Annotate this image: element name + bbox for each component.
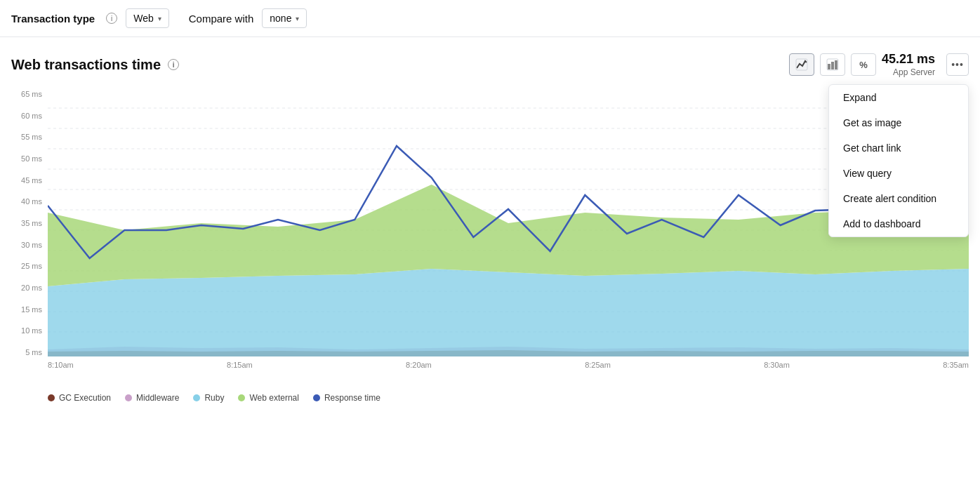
- metric-value-container: 45.21 ms App Server: [882, 51, 935, 79]
- percent-icon: %: [859, 60, 868, 70]
- bar-chart-icon: [826, 58, 839, 71]
- ruby-area: [48, 269, 969, 356]
- y-label-60ms: 60 ms: [11, 112, 48, 120]
- y-label-35ms: 35 ms: [11, 219, 48, 227]
- web-chevron-icon: ▾: [158, 15, 161, 22]
- web-dropdown-label: Web: [133, 13, 154, 24]
- chart-controls: % 45.21 ms App Server ••• Expand Get as …: [789, 51, 969, 79]
- y-label-20ms: 20 ms: [11, 283, 48, 292]
- transaction-type-label: Transaction type: [11, 13, 95, 25]
- y-label-50ms: 50 ms: [11, 154, 48, 163]
- y-label-15ms: 15 ms: [11, 305, 48, 314]
- top-bar: Transaction type i Web ▾ Compare with no…: [0, 0, 980, 37]
- metric-sub-text: App Server: [882, 67, 935, 79]
- main-panel: Web transactions time i %: [0, 37, 980, 414]
- y-label-5ms: 5 ms: [11, 348, 48, 356]
- x-axis: 8:10am 8:15am 8:20am 8:25am 8:30am 8:35a…: [48, 356, 969, 385]
- legend-label-response-time: Response time: [324, 393, 380, 403]
- x-label-825: 8:25am: [585, 361, 611, 369]
- legend-item-ruby: Ruby: [193, 393, 224, 403]
- menu-item-get-image[interactable]: Get as image: [829, 110, 968, 135]
- menu-item-view-query[interactable]: View query: [829, 161, 968, 186]
- svg-rect-2: [831, 62, 834, 69]
- y-label-25ms: 25 ms: [11, 262, 48, 270]
- legend-dot-middleware: [125, 394, 132, 401]
- legend: GC Execution Middleware Ruby Web externa…: [11, 393, 969, 403]
- legend-label-middleware: Middleware: [136, 393, 179, 403]
- legend-dot-response-time: [313, 394, 320, 401]
- context-menu: Expand Get as image Get chart link View …: [828, 84, 969, 237]
- more-menu-container: ••• Expand Get as image Get chart link V…: [946, 53, 969, 76]
- legend-item-web-external: Web external: [238, 393, 298, 403]
- menu-item-alert[interactable]: Create alert condition: [829, 186, 968, 211]
- y-label-45ms: 45 ms: [11, 176, 48, 185]
- web-dropdown[interactable]: Web ▾: [126, 8, 169, 28]
- menu-item-chart-link[interactable]: Get chart link: [829, 135, 968, 161]
- percent-chart-button[interactable]: %: [851, 53, 876, 76]
- chart-area: 5 ms 10 ms 15 ms 20 ms 25 ms 30 ms 35 ms…: [11, 90, 969, 385]
- svg-rect-3: [835, 60, 837, 69]
- more-icon: •••: [951, 59, 964, 70]
- line-chart-button[interactable]: [789, 53, 814, 76]
- legend-dot-ruby: [193, 394, 200, 401]
- x-label-830: 8:30am: [764, 361, 790, 369]
- compare-with-label: Compare with: [189, 13, 254, 25]
- x-label-810: 8:10am: [48, 361, 74, 369]
- chart-title-text: Web transactions time: [11, 57, 161, 73]
- more-button[interactable]: •••: [946, 53, 969, 76]
- legend-item-response-time: Response time: [313, 393, 380, 403]
- y-label-10ms: 10 ms: [11, 326, 48, 335]
- none-chevron-icon: ▾: [296, 15, 299, 22]
- chart-header: Web transactions time i %: [11, 51, 969, 79]
- y-label-40ms: 40 ms: [11, 197, 48, 206]
- none-dropdown-label: none: [270, 13, 291, 24]
- svg-rect-1: [828, 64, 830, 69]
- legend-item-gc: GC Execution: [48, 393, 111, 403]
- y-axis: 5 ms 10 ms 15 ms 20 ms 25 ms 30 ms 35 ms…: [11, 90, 48, 356]
- legend-label-web-external: Web external: [249, 393, 298, 403]
- y-label-65ms: 65 ms: [11, 90, 48, 98]
- legend-label-gc: GC Execution: [59, 393, 111, 403]
- legend-dot-web-external: [238, 394, 245, 401]
- y-label-30ms: 30 ms: [11, 241, 48, 249]
- chart-title: Web transactions time i: [11, 57, 179, 73]
- legend-dot-gc: [48, 394, 55, 401]
- line-chart-icon: [795, 58, 808, 71]
- y-label-55ms: 55 ms: [11, 133, 48, 141]
- chart-info-icon: i: [168, 59, 179, 70]
- legend-item-middleware: Middleware: [125, 393, 179, 403]
- x-label-815: 8:15am: [227, 361, 253, 369]
- x-label-820: 8:20am: [406, 361, 432, 369]
- menu-item-dashboard[interactable]: Add to dashboard: [829, 211, 968, 236]
- chart-container: 5 ms 10 ms 15 ms 20 ms 25 ms 30 ms 35 ms…: [11, 90, 969, 403]
- transaction-type-info-icon: i: [106, 13, 117, 24]
- bar-chart-button[interactable]: [820, 53, 845, 76]
- metric-value-text: 45.21 ms: [882, 51, 935, 67]
- none-dropdown[interactable]: none ▾: [262, 8, 307, 28]
- menu-item-expand[interactable]: Expand: [829, 85, 968, 110]
- legend-label-ruby: Ruby: [204, 393, 224, 403]
- x-label-835: 8:35am: [943, 361, 969, 369]
